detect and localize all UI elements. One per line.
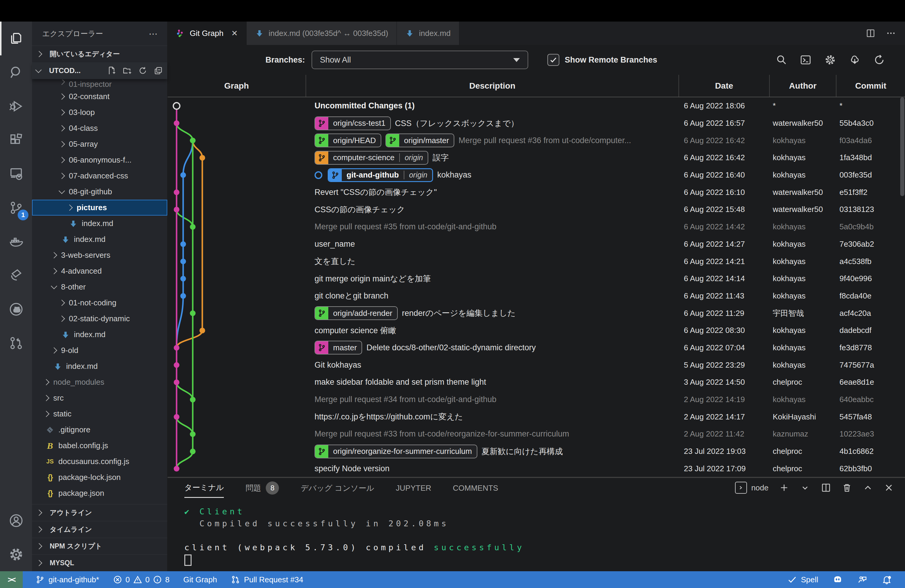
account-icon[interactable] xyxy=(0,504,32,537)
tree-item-babel-config-js[interactable]: Bbabel.config.js xyxy=(32,438,167,454)
column-header-date[interactable]: Date xyxy=(678,75,769,97)
tree-item-package-json[interactable]: {}package.json xyxy=(32,485,167,501)
tree-item--gitignore[interactable]: .gitignore xyxy=(32,422,167,438)
sidebar-section-アウトライン[interactable]: アウトライン xyxy=(32,504,167,521)
column-header-author[interactable]: Author xyxy=(769,75,836,97)
run-debug-icon[interactable] xyxy=(0,89,32,123)
column-header-description[interactable]: Description xyxy=(306,75,678,97)
find-commit-icon[interactable] xyxy=(775,54,787,66)
tree-item-package-lock-json[interactable]: {}package-lock.json xyxy=(32,469,167,485)
kill-terminal-icon[interactable] xyxy=(841,482,852,493)
refresh-icon[interactable] xyxy=(873,54,885,66)
close-tab-icon[interactable]: ✕ xyxy=(231,29,238,38)
remote-indicator[interactable]: >< xyxy=(0,571,23,588)
terminal-output[interactable]: ✔ Client Compiled successfully in 202.08… xyxy=(168,498,905,566)
docker-icon[interactable] xyxy=(0,224,32,258)
extensions-icon[interactable] xyxy=(0,123,32,157)
branch-label[interactable]: origin/reorganize-for-summer-curriculum xyxy=(314,445,477,458)
tree-item-05-array[interactable]: 05-array xyxy=(32,136,167,152)
tree-item-index-md[interactable]: index.md xyxy=(32,216,167,231)
terminal-icon[interactable] xyxy=(800,54,811,66)
branch-label[interactable]: master xyxy=(314,341,362,354)
sidebar-section-npm-スクリプト[interactable]: NPM スクリプト xyxy=(32,538,167,555)
terminal-dropdown-icon[interactable] xyxy=(800,482,810,493)
search-icon[interactable] xyxy=(0,56,32,89)
explorer-icon[interactable] xyxy=(0,22,32,56)
panel-tab-ターミナル[interactable]: ターミナル xyxy=(184,478,224,498)
tree-item-04-class[interactable]: 04-class xyxy=(32,120,167,136)
tree-item-4-advanced[interactable]: 4-advanced xyxy=(32,263,167,279)
branch-label[interactable]: git-and-githuborigin xyxy=(328,168,433,182)
branch-label[interactable]: origin/add-render xyxy=(314,306,398,320)
collapse-folders-icon[interactable] xyxy=(154,66,163,75)
statusbar-problems[interactable]: 0 0 8 xyxy=(113,575,169,585)
tree-item-08-git-github[interactable]: 08-git-github xyxy=(32,184,167,200)
scrollbar-thumb[interactable] xyxy=(900,97,904,196)
tree-item-07-advanced-css[interactable]: 07-advanced-css xyxy=(32,168,167,184)
maximize-panel-icon[interactable] xyxy=(862,482,873,493)
source-control-icon[interactable]: 1 xyxy=(0,191,32,224)
tree-item-02-constant[interactable]: 02-constant xyxy=(32,89,167,105)
tree-item-pictures[interactable]: pictures xyxy=(32,200,167,216)
remote-explorer-icon[interactable] xyxy=(0,157,32,191)
tree-item-01-not-coding[interactable]: 01-not-coding xyxy=(32,295,167,311)
new-file-icon[interactable] xyxy=(107,66,116,75)
tab-git-graph[interactable]: Git Graph ✕ xyxy=(168,22,247,45)
error-icon xyxy=(113,575,122,585)
tree-item-8-other[interactable]: 8-other xyxy=(32,279,167,295)
tree-item-3-web-servers[interactable]: 3-web-servers xyxy=(32,247,167,263)
new-folder-icon[interactable] xyxy=(122,66,132,75)
terminal-shell-chip[interactable]: node xyxy=(735,482,768,494)
tree-item-index-md[interactable]: index.md xyxy=(32,358,167,374)
gear-icon[interactable] xyxy=(824,54,836,66)
statusbar-git-graph[interactable]: Git Graph xyxy=(183,575,217,585)
settings-gear-icon[interactable] xyxy=(0,537,32,571)
column-header-graph[interactable]: Graph xyxy=(168,75,306,97)
refresh-explorer-icon[interactable] xyxy=(138,66,148,75)
tab-index-md[interactable]: index.md xyxy=(397,22,459,45)
panel-tab-comments[interactable]: COMMENTS xyxy=(453,478,498,498)
pour-icon[interactable] xyxy=(0,258,32,292)
tree-item-index-md[interactable]: index.md xyxy=(32,231,167,247)
tree-item-01-inspector[interactable]: 01-inspector xyxy=(32,79,167,89)
sidebar-more-icon[interactable]: ⋯ xyxy=(149,29,158,39)
statusbar-spell[interactable]: Spell xyxy=(787,575,818,585)
tree-item-static[interactable]: static xyxy=(32,406,167,422)
show-remote-branches-checkbox[interactable]: Show Remote Branches xyxy=(547,54,657,66)
panel-tab-問題[interactable]: 問題8 xyxy=(245,478,279,498)
tab-index-md-diff[interactable]: index.md (003fe35d^ ↔ 003fe35d) xyxy=(247,22,397,45)
editor-more-icon[interactable] xyxy=(886,28,896,38)
column-header-commit[interactable]: Commit xyxy=(836,75,905,97)
tree-item-03-loop[interactable]: 03-loop xyxy=(32,105,167,120)
open-editors-section[interactable]: 開いているエディター xyxy=(32,46,167,62)
fetch-icon[interactable] xyxy=(849,54,861,66)
tree-item-src[interactable]: src xyxy=(32,390,167,406)
branch-label[interactable]: origin/css-test1 xyxy=(314,116,391,130)
feedback-icon[interactable] xyxy=(857,575,867,585)
tree-item-index-md[interactable]: index.md xyxy=(32,327,167,343)
split-editor-icon[interactable] xyxy=(865,28,876,38)
close-panel-icon[interactable] xyxy=(883,482,894,493)
branches-dropdown[interactable]: Show All xyxy=(311,51,528,69)
branch-label[interactable]: origin/master xyxy=(386,133,454,147)
branch-label[interactable]: origin/HEAD xyxy=(314,133,381,147)
statusbar-pull-request[interactable]: Pull Request #34 xyxy=(231,575,303,585)
branch-label[interactable]: computer-scienceorigin xyxy=(314,151,428,165)
tree-item-9-old[interactable]: 9-old xyxy=(32,343,167,358)
new-terminal-icon[interactable] xyxy=(779,482,789,493)
tree-item-06-anonymous-f-[interactable]: 06-anonymous-f... xyxy=(32,152,167,168)
sidebar-section-mysql[interactable]: MYSQL xyxy=(32,555,167,571)
pull-request-icon[interactable] xyxy=(0,326,32,360)
tree-item-02-static-dynamic[interactable]: 02-static-dynamic xyxy=(32,311,167,327)
github-icon[interactable] xyxy=(0,292,32,326)
statusbar-branch[interactable]: git-and-github* xyxy=(35,575,99,585)
split-terminal-icon[interactable] xyxy=(821,482,831,493)
sidebar-section-タイムライン[interactable]: タイムライン xyxy=(32,521,167,538)
tree-item-node-modules[interactable]: node_modules xyxy=(32,374,167,390)
panel-tab-jupyter[interactable]: JUPYTER xyxy=(396,478,431,498)
panel-tab-デバッグ-コンソール[interactable]: デバッグ コンソール xyxy=(300,478,374,498)
copilot-icon[interactable] xyxy=(833,575,843,585)
notifications-bell-icon[interactable] xyxy=(882,575,892,585)
workspace-header[interactable]: UTCOD... xyxy=(32,62,167,79)
tree-item-docusaurus-config-js[interactable]: JSdocusaurus.config.js xyxy=(32,454,167,469)
